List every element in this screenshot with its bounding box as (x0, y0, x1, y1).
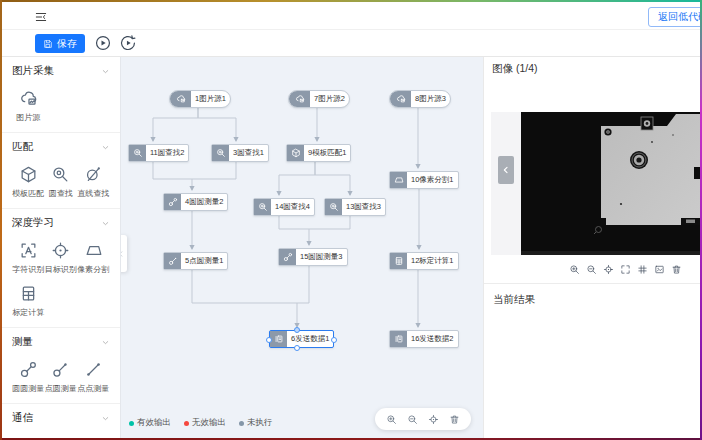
ocr-icon (19, 241, 38, 260)
tool-point-circle-measure[interactable]: 点圆测量 (45, 360, 78, 394)
tool-label: 模板匹配 (12, 188, 44, 199)
locate-icon[interactable] (428, 414, 439, 425)
connection-port-left[interactable] (266, 337, 272, 343)
node-point-circle-measure-1[interactable]: 5点圆测量1 (163, 252, 228, 270)
image-source-icon (390, 91, 411, 107)
app-header: 返回低代码 (2, 2, 700, 30)
node-calibration-calc-1[interactable]: 12标定计算1 (389, 252, 459, 270)
prev-image-button[interactable] (498, 156, 514, 184)
zoom-in-icon[interactable] (386, 414, 397, 425)
node-image-source-1[interactable]: 1图片源1 (169, 90, 231, 108)
circle-circle-measure-icon (19, 360, 38, 379)
legend-not-executed: 未执行 (239, 417, 273, 429)
tool-char-recognition[interactable]: 字符识别 (12, 241, 45, 275)
section-header[interactable]: 图片采集 (12, 64, 110, 78)
chevron-down-icon (101, 219, 110, 228)
node-circle-find-4[interactable]: 14圆查找4 (253, 198, 315, 216)
section-title: 匹配 (12, 140, 33, 154)
legend-label: 未执行 (247, 417, 273, 429)
camera-image[interactable] (521, 112, 700, 255)
tool-label: 点圆测量 (45, 383, 77, 394)
section-header[interactable]: 测量 (12, 335, 110, 349)
invalid-dot-icon (184, 421, 189, 426)
tool-template-match[interactable]: 模板匹配 (12, 165, 45, 199)
image-source-icon (170, 91, 191, 107)
node-label: 4圆圆测量2 (181, 194, 227, 210)
protocol-icon (270, 331, 287, 347)
connection-port-bottom[interactable] (294, 345, 300, 351)
calibration-icon (390, 253, 407, 269)
fullscreen-icon[interactable] (620, 264, 631, 275)
run-loop-button[interactable] (119, 34, 137, 52)
chevron-down-icon (101, 338, 110, 347)
run-button[interactable] (94, 34, 112, 52)
back-to-lowcode-button[interactable]: 返回低代码 (648, 7, 702, 27)
point-point-measure-icon (84, 360, 103, 379)
tool-circle-circle-measure[interactable]: 圆圆测量 (12, 360, 45, 394)
circle-find-icon (212, 145, 229, 161)
tool-label: 圆查找 (49, 188, 73, 199)
section-matching: 匹配 模板匹配 圆查找 直线查找 (2, 133, 120, 209)
section-communication: 通信 (2, 404, 120, 438)
node-image-source-3[interactable]: 8图片源3 (389, 90, 451, 108)
section-title: 深度学习 (12, 216, 54, 230)
section-deep-learning: 深度学习 字符识别 目标识别 像素分割 标定计算 (2, 209, 120, 328)
node-image-source-2[interactable]: 7图片源2 (288, 90, 350, 108)
node-label: 3圆查找1 (229, 145, 268, 161)
node-circle-find-1[interactable]: 3圆查找1 (211, 144, 269, 162)
trash-icon[interactable] (449, 414, 460, 425)
protocol-icon (390, 331, 407, 347)
tool-object-recognition[interactable]: 目标识别 (45, 241, 78, 275)
tool-point-point-measure[interactable]: 点点测量 (77, 360, 110, 394)
legend-invalid-output: 无效输出 (184, 417, 226, 429)
node-circle-find-2[interactable]: 11圆查找2 (128, 144, 189, 162)
valid-dot-icon (129, 421, 134, 426)
section-header[interactable]: 通信 (12, 411, 110, 425)
circle-find-icon (51, 165, 70, 184)
point-circle-measure-icon (51, 360, 70, 379)
section-header[interactable]: 深度学习 (12, 216, 110, 230)
node-circle-find-3[interactable]: 13圆查找3 (324, 198, 386, 216)
node-pixel-segmentation-1[interactable]: 10像素分割1 (389, 171, 459, 189)
tool-pixel-segmentation[interactable]: 像素分割 (77, 241, 110, 275)
locate-icon[interactable] (603, 264, 614, 275)
tool-label: 图片源 (16, 112, 40, 123)
connection-port-top[interactable] (294, 327, 300, 333)
node-label: 13圆查找3 (342, 199, 385, 215)
node-label: 1图片源1 (191, 91, 230, 107)
tool-image-source[interactable]: 图片源 (12, 89, 45, 123)
image-toolbar (569, 264, 682, 275)
tool-label: 点点测量 (77, 383, 109, 394)
legend-label: 无效输出 (192, 417, 226, 429)
node-send-data-1[interactable]: 6发送数据1 (269, 330, 334, 348)
node-circle-circle-measure-2[interactable]: 4圆圆测量2 (163, 193, 228, 211)
grid-icon[interactable] (637, 264, 648, 275)
sidebar-collapse-handle[interactable] (120, 235, 127, 272)
node-send-data-2[interactable]: 16发送数据2 (389, 330, 459, 348)
image-save-icon[interactable] (654, 264, 665, 275)
chevron-left-icon (501, 165, 511, 175)
tool-label: 目标识别 (45, 264, 77, 275)
toolbar: 保存 (2, 30, 700, 57)
node-label: 16发送数据2 (407, 331, 458, 347)
chevron-down-icon (101, 414, 110, 423)
node-template-match-1[interactable]: 9模板匹配1 (286, 144, 351, 162)
section-title: 图片采集 (12, 64, 54, 78)
tool-circle-find[interactable]: 圆查找 (45, 165, 78, 199)
save-icon (43, 39, 53, 49)
flow-canvas[interactable]: 1图片源1 7图片源2 8图片源3 11圆查找2 3圆查找1 9模板匹配1 10… (120, 57, 483, 438)
save-button[interactable]: 保存 (35, 34, 85, 53)
tool-line-find[interactable]: 直线查找 (77, 165, 110, 199)
tool-protocol-communication[interactable] (12, 436, 45, 438)
zoom-out-icon[interactable] (586, 264, 597, 275)
tool-calibration-calc[interactable]: 标定计算 (12, 284, 45, 318)
zoom-out-icon[interactable] (407, 414, 418, 425)
legend-label: 有效输出 (137, 417, 171, 429)
zoom-in-icon[interactable] (569, 264, 580, 275)
trash-icon[interactable] (671, 264, 682, 275)
cube-icon (287, 145, 304, 161)
section-header[interactable]: 匹配 (12, 140, 110, 154)
node-circle-circle-measure-3[interactable]: 15圆圆测量3 (278, 248, 348, 266)
collapse-menu-icon[interactable] (34, 10, 48, 24)
section-title: 通信 (12, 411, 33, 425)
